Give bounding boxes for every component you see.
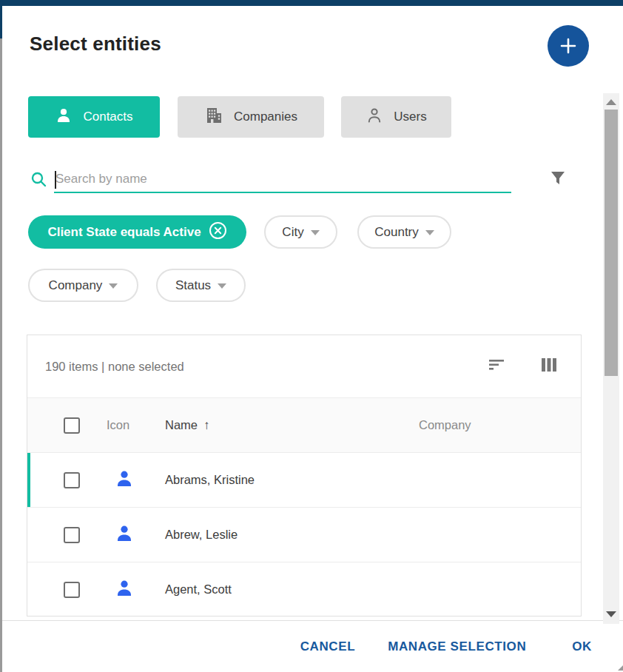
filter-chip-status[interactable]: Status xyxy=(156,269,246,302)
row-name: Abrams, Kristine xyxy=(165,473,255,487)
manage-selection-button[interactable]: MANAGE SELECTION xyxy=(388,639,526,654)
plus-icon xyxy=(559,36,578,56)
column-header-company[interactable]: Company xyxy=(419,418,471,432)
scroll-up-arrow-icon[interactable] xyxy=(606,99,616,105)
filter-chip-label: Client State equals Active xyxy=(47,225,201,240)
row-name: Agent, Scott xyxy=(165,582,232,597)
filter-funnel-icon[interactable] xyxy=(548,169,568,191)
chevron-down-icon xyxy=(311,230,320,235)
tab-users[interactable]: Users xyxy=(341,96,451,138)
column-header-name[interactable]: Name ↑ xyxy=(165,418,210,433)
table-row[interactable]: Abrams, Kristine xyxy=(27,452,581,507)
select-entities-dialog: Select entities Contacts xyxy=(2,6,623,672)
scroll-down-arrow-icon[interactable] xyxy=(606,611,616,617)
text-cursor xyxy=(55,171,56,189)
filter-chip-label: Company xyxy=(49,278,103,293)
resize-corner-mark xyxy=(618,665,623,671)
ok-button[interactable]: OK xyxy=(572,639,592,654)
row-checkbox[interactable] xyxy=(64,472,80,488)
filter-chip-label: City xyxy=(282,225,303,240)
chevron-down-icon xyxy=(425,230,434,235)
sort-ascending-arrow: ↑ xyxy=(203,418,210,433)
search-icon xyxy=(30,170,48,192)
select-all-checkbox[interactable] xyxy=(64,417,80,434)
tab-companies[interactable]: Companies xyxy=(178,96,324,138)
search-input[interactable] xyxy=(54,167,511,193)
add-entity-button[interactable] xyxy=(548,25,589,67)
vertical-scrollbar[interactable] xyxy=(603,93,619,624)
scrollbar-thumb[interactable] xyxy=(605,110,618,376)
tab-label: Users xyxy=(394,110,426,124)
contact-person-icon xyxy=(114,468,135,492)
row-highlight-bar xyxy=(27,453,30,507)
row-checkbox[interactable] xyxy=(64,527,80,543)
tab-contacts[interactable]: Contacts xyxy=(28,96,160,138)
row-name: Abrew, Leslie xyxy=(165,528,238,542)
sort-icon[interactable] xyxy=(488,356,505,377)
column-header-icon: Icon xyxy=(107,418,129,432)
table-header-row: Icon Name ↑ Company xyxy=(27,397,581,452)
filter-chip-company[interactable]: Company xyxy=(28,269,138,302)
chevron-down-icon xyxy=(109,283,118,289)
filter-chip-city[interactable]: City xyxy=(264,215,337,249)
background-top-bar xyxy=(0,0,623,6)
items-summary: 190 items | none selected xyxy=(45,360,184,374)
columns-icon[interactable] xyxy=(541,356,557,377)
building-icon xyxy=(204,106,223,129)
contact-person-icon xyxy=(114,578,135,602)
tab-label: Contacts xyxy=(83,110,132,124)
dialog-footer: CANCEL MANAGE SELECTION OK xyxy=(2,621,623,672)
contact-person-icon xyxy=(114,523,135,547)
cancel-button[interactable]: CANCEL xyxy=(300,639,355,654)
filter-chip-country[interactable]: Country xyxy=(357,215,451,249)
person-icon xyxy=(55,107,73,128)
filter-chip-label: Status xyxy=(175,278,211,293)
filter-chip-label: Country xyxy=(374,225,419,240)
tab-label: Companies xyxy=(234,110,297,124)
chevron-down-icon xyxy=(218,283,226,289)
person-outline-icon xyxy=(366,107,383,128)
table-row[interactable]: Abrew, Leslie xyxy=(27,507,581,562)
circle-x-icon[interactable] xyxy=(209,221,227,243)
table-row[interactable]: Agent, Scott xyxy=(27,562,581,616)
results-table: 190 items | none selected Icon Name ↑ Co… xyxy=(27,335,582,616)
table-toolbar: 190 items | none selected xyxy=(27,335,581,397)
row-checkbox[interactable] xyxy=(64,582,80,598)
filter-chip-client-state[interactable]: Client State equals Active xyxy=(28,215,246,249)
page-title: Select entities xyxy=(30,33,161,56)
